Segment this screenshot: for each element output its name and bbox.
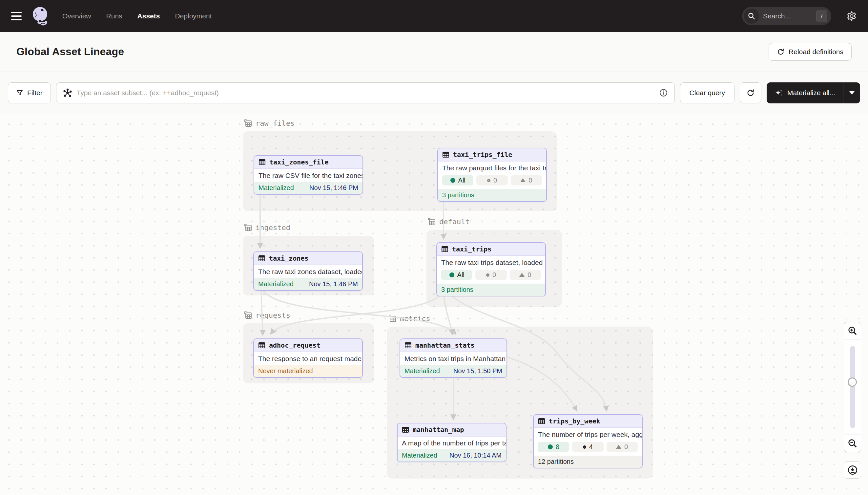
materialize-all-split-button: Materialize all... [767,82,860,103]
materialization-timestamp[interactable]: Nov 16, 10:14 AM [449,452,501,459]
search-placeholder: Search... [763,12,816,20]
partitions-materialized-pill[interactable]: 8 [538,442,569,452]
asset-name: taxi_zones_file [269,158,329,166]
materialize-options-button[interactable] [843,82,860,103]
materialization-timestamp[interactable]: Nov 15, 1:46 PM [309,184,358,192]
search-shortcut-badge: / [816,10,827,22]
lineage-canvas[interactable]: raw_files ingested default requests metr… [0,114,868,495]
nav-links: Overview Runs Assets Deployment [62,12,212,20]
info-icon[interactable] [659,88,668,97]
partitions-materialized-pill[interactable]: All [442,175,473,186]
asset-status-bar: Never materialized [254,365,362,377]
asset-status-bar: 3 partitions [437,284,545,296]
zoom-out-icon [848,439,857,448]
materialized-dot-icon [450,178,455,183]
asset-status-bar: Materialized Nov 15, 1:46 PM [254,182,362,194]
missing-triangle-icon [520,178,526,182]
zoom-out-button[interactable] [844,434,861,452]
status-label: Materialized [405,367,440,375]
partitions-failed-pill[interactable]: 0 [475,270,507,280]
menu-icon[interactable] [10,11,23,21]
filter-label: Filter [27,89,43,97]
materialization-timestamp[interactable]: Nov 15, 1:50 PM [453,367,502,375]
partitions-count: 12 partitions [538,458,574,465]
asset-description: A map of the number of trips per taxi z.… [397,437,506,449]
nav-deployment[interactable]: Deployment [175,12,212,20]
asset-status-bar: Materialized Nov 16, 10:14 AM [397,449,506,462]
partition-health-pills: All 0 0 [438,174,546,189]
asset-name: trips_by_week [549,417,600,425]
asset-status-bar: Materialized Nov 15, 1:46 PM [254,278,362,290]
partitions-missing-pill[interactable]: 0 [510,270,541,280]
sparkle-icon [775,89,783,97]
partitions-missing-pill[interactable]: 0 [511,175,542,186]
dagster-logo-icon[interactable] [32,6,49,26]
asset-node-manhattan-stats[interactable]: manhattan_stats Metrics on taxi trips in… [400,338,507,378]
table-icon [538,417,545,425]
partitions-count: 3 partitions [442,191,474,199]
gear-icon[interactable] [845,10,858,23]
zoom-controls [844,322,861,479]
asset-node-manhattan-map[interactable]: manhattan_map A map of the number of tri… [397,423,507,462]
materialize-all-button[interactable]: Materialize all... [767,82,843,103]
partitions-materialized-pill[interactable]: All [441,270,472,280]
zoom-in-button[interactable] [844,322,861,339]
reload-icon [777,48,785,56]
asset-node-taxi-trips[interactable]: taxi_trips The raw taxi trips dataset, l… [436,242,546,296]
partition-health-pills: 8 4 0 [534,441,642,456]
table-icon [405,342,412,349]
asset-name: manhattan_map [413,426,464,433]
search-input[interactable]: Search... / [742,7,831,25]
table-icon [258,255,265,262]
asset-name: taxi_trips [452,245,491,253]
asset-description: The raw parquet files for the taxi trips… [438,161,546,174]
materialized-dot-icon [548,444,553,449]
nav-runs[interactable]: Runs [106,12,122,20]
table-icon [441,245,448,253]
asset-node-adhoc-request[interactable]: adhoc_request The response to an request… [253,338,363,378]
asset-node-trips-by-week[interactable]: trips_by_week The number of trips per we… [533,414,643,468]
asset-query-input[interactable]: Type an asset subset... (ex: ++adhoc_req… [56,82,675,103]
zoom-slider-thumb[interactable] [848,377,857,387]
asset-status-bar: 12 partitions [534,456,642,468]
zoom-slider-track[interactable] [850,346,855,428]
refresh-button[interactable] [740,82,761,103]
asset-name: manhattan_stats [415,341,475,349]
partitions-failed-pill[interactable]: 4 [572,442,603,452]
download-icon [847,465,858,475]
asset-node-taxi-zones-file[interactable]: taxi_zones_file The raw CSV file for the… [253,155,363,195]
status-label: Materialized [402,452,437,459]
filter-button[interactable]: Filter [8,82,51,103]
reload-label: Reload definitions [789,48,844,56]
asset-node-header: manhattan_map [397,424,506,437]
table-icon [442,151,449,158]
asset-node-taxi-zones[interactable]: taxi_zones The raw taxi zones dataset, l… [253,252,363,291]
status-label: Never materialized [258,367,313,375]
table-icon [402,426,409,433]
clear-query-button[interactable]: Clear query [680,82,735,103]
asset-node-header: taxi_trips_file [438,148,546,161]
search-icon [744,8,759,24]
download-image-button[interactable] [844,461,861,479]
lineage-toolbar: Filter Type an asset subset... (ex: ++ad… [0,72,868,114]
materialize-all-label: Materialize all... [787,89,835,97]
zoom-slider[interactable] [844,339,861,434]
partitions-failed-pill[interactable]: 0 [476,175,508,186]
asset-description: The response to an request made in th... [254,352,362,365]
page-header: Global Asset Lineage Reload definitions [0,32,868,72]
asset-description: The raw CSV file for the taxi zones dat.… [254,169,362,182]
materialization-timestamp[interactable]: Nov 15, 1:46 PM [309,280,358,288]
asset-name: taxi_trips_file [453,151,512,158]
missing-triangle-icon [616,445,621,449]
materialized-dot-icon [449,272,454,277]
nav-overview[interactable]: Overview [62,12,91,20]
table-icon [259,158,266,166]
partition-health-pills: All 0 0 [437,269,545,284]
asset-name: taxi_zones [269,254,308,262]
status-label: Materialized [258,280,294,288]
nav-assets[interactable]: Assets [138,12,160,20]
reload-definitions-button[interactable]: Reload definitions [768,43,852,61]
partitions-missing-pill[interactable]: 0 [606,442,638,452]
asset-node-taxi-trips-file[interactable]: taxi_trips_file The raw parquet files fo… [437,148,547,202]
asset-description: The number of trips per week, aggreg... [534,428,642,441]
